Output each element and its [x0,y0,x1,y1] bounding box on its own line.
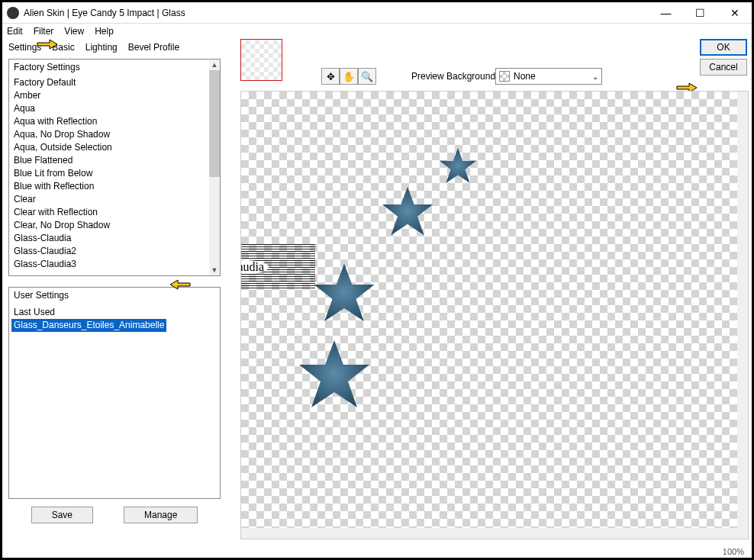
list-item[interactable]: Last Used [11,306,218,319]
star-shape [296,337,372,414]
pointer-tool-icon[interactable]: ✥ [321,68,340,85]
preview-thumbnail[interactable] [240,39,282,81]
manage-button[interactable]: Manage [124,507,198,523]
list-item[interactable]: Clear with Reflection [14,206,205,219]
watermark-text: claudia [240,260,269,274]
zoom-tool-icon[interactable]: 🔍 [358,68,376,85]
scroll-up-icon[interactable]: ▲ [209,60,220,70]
tab-lighting[interactable]: Lighting [85,42,118,53]
menu-edit[interactable]: Edit [7,26,23,37]
ok-button[interactable]: OK [700,39,747,56]
star-shape [380,185,435,240]
list-item[interactable]: Glass-Claudia3 [14,258,205,271]
user-settings-list[interactable]: Last Used Glass_Danseurs_Etoiles_Animabe… [9,303,220,335]
content-area: Settings Basic Lighting Bevel Profile Fa… [2,39,752,558]
dialog-window: Alien Skin | Eye Candy 5 Impact | Glass … [0,0,754,560]
chevron-down-icon: ⌄ [592,72,598,81]
preview-background-select[interactable]: None ⌄ [495,68,602,85]
list-item[interactable]: Glass-Claudia2 [14,245,205,258]
menubar: Edit Filter View Help [2,24,752,39]
list-item[interactable]: Aqua, No Drop Shadow [14,128,205,141]
transparency-swatch-icon [499,71,510,82]
canvas-scrollbar-horizontal[interactable] [241,528,748,539]
factory-settings-list[interactable]: Factory Default Amber Aqua Aqua with Ref… [9,76,209,275]
menu-help[interactable]: Help [95,26,114,37]
save-button[interactable]: Save [31,507,93,523]
hand-tool-icon[interactable]: ✋ [340,68,358,85]
canvas-scrollbar-vertical[interactable] [737,92,748,528]
list-item[interactable]: Amber [14,89,205,102]
window-title: Alien Skin | Eye Candy 5 Impact | Glass [24,8,649,18]
list-item[interactable]: Blue Flattened [14,154,205,167]
factory-settings-header: Factory Settings [9,60,220,75]
list-item[interactable]: Blue with Reflection [14,180,205,193]
bottom-buttons: Save Manage [8,507,221,523]
pointer-annotation-icon [169,275,192,292]
titlebar: Alien Skin | Eye Candy 5 Impact | Glass … [2,2,752,24]
pointer-annotation-icon [36,35,59,52]
app-icon [7,7,19,19]
preview-background-value: None [514,71,536,82]
list-item[interactable]: Clear, No Drop Shadow [14,219,205,232]
scroll-down-icon[interactable]: ▼ [209,265,220,275]
list-item-selected[interactable]: Glass_Danseurs_Etoiles_Animabelle [11,319,166,332]
star-shape [311,261,377,327]
preview-tools: ✥ ✋ 🔍 [321,68,376,85]
close-button[interactable]: ✕ [717,2,752,24]
watermark: claudia [240,244,315,290]
factory-settings-box: Factory Settings Factory Default Amber A… [8,59,221,276]
list-item[interactable]: Aqua, Outside Selection [14,141,205,154]
list-item[interactable]: Aqua with Reflection [14,115,205,128]
menu-view[interactable]: View [64,26,84,37]
zoom-level: 100% [723,547,744,556]
maximize-button[interactable]: ☐ [683,2,717,24]
cancel-button[interactable]: Cancel [700,59,747,76]
user-settings-box: User Settings Last Used Glass_Danseurs_E… [8,287,221,499]
factory-scrollbar[interactable]: ▲ ▼ [209,60,220,275]
window-controls: — ☐ ✕ [649,2,752,24]
list-item[interactable]: Clear [14,193,205,206]
list-item[interactable]: Factory Default [14,76,205,89]
tab-strip: Settings Basic Lighting Bevel Profile [2,39,752,56]
minimize-button[interactable]: — [649,2,683,24]
preview-background-label: Preview Background: [411,71,498,82]
list-item[interactable]: Glass-Claudia [14,232,205,245]
preview-canvas[interactable]: claudia [240,91,749,539]
list-item[interactable]: Aqua [14,102,205,115]
star-shape [438,146,478,186]
tab-bevel-profile[interactable]: Bevel Profile [128,42,179,53]
list-item[interactable]: Blue Lit from Below [14,167,205,180]
scroll-thumb[interactable] [209,70,220,177]
